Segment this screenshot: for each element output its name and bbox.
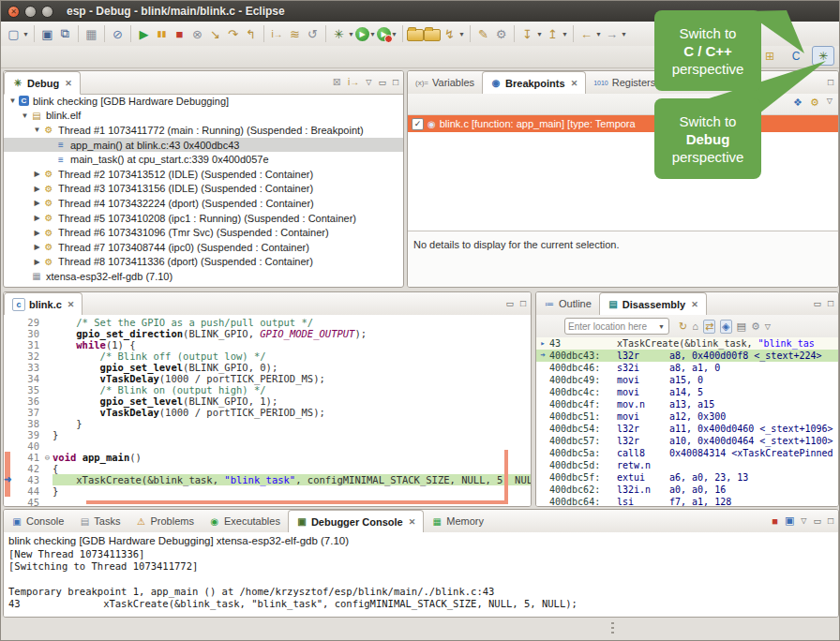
disassembly-tab-outline[interactable]: ≔Outline (536, 292, 599, 315)
disassembly-row[interactable]: 400dbc54:l32ra11, 0x400d0460 <_stext+109… (536, 423, 838, 435)
disassembly-tab-disassembly[interactable]: ▤Disassembly✕ (599, 292, 707, 316)
show-source-icon[interactable]: ◈ (720, 320, 731, 334)
debug-tree-row[interactable]: ▼Cblink checking [GDB Hardware Debugging… (4, 94, 403, 109)
open-project-button[interactable] (424, 29, 441, 41)
code-line[interactable]: 44} (4, 485, 531, 497)
close-tab-icon[interactable]: ✕ (65, 79, 72, 88)
view-menu-icon[interactable]: ▽ (366, 78, 371, 86)
tree-expander-icon[interactable]: ▶ (32, 243, 42, 251)
debug-perspective-button[interactable]: ✳ (812, 46, 834, 66)
code-line[interactable]: 34 vTaskDelay(1000 / portTICK_PERIOD_MS)… (4, 373, 531, 384)
right-tab-breakpoints[interactable]: ◉Breakpoints✕ (482, 71, 586, 95)
new-project-button[interactable] (407, 29, 424, 41)
fold-marker-icon[interactable]: ⊖ (42, 452, 52, 463)
debug-tree-row[interactable]: ▶⚙Thread #3 1073413156 (IDLE) (Suspended… (4, 182, 403, 197)
previous-annotation-button[interactable]: ↥ (544, 25, 562, 43)
debug-tree-row[interactable]: ▶⚙Thread #7 1073408744 (ipc0) (Suspended… (4, 240, 403, 255)
save-all-button[interactable]: ⧉ (56, 25, 74, 43)
maximize-icon[interactable]: □ (828, 77, 833, 87)
code-line[interactable]: 37 vTaskDelay(1000 / portTICK_PERIOD_MS)… (4, 407, 531, 418)
debug-tree-row[interactable]: ▶⚙Thread #6 1073431096 (Tmr Svc) (Suspen… (4, 225, 403, 240)
debug-tree-row[interactable]: ▼⚙Thread #1 1073411772 (main : Running) … (4, 123, 403, 138)
tree-expander-icon[interactable]: ▼ (20, 112, 30, 120)
code-line[interactable]: 33 gpio_set_level(BLINK_GPIO, 0); (4, 362, 531, 373)
right-tab-variables[interactable]: (x)=Variables (408, 71, 482, 94)
disassembly-row[interactable]: 400dbc4f:mov.na13, a15 (536, 398, 838, 410)
view-menu-icon[interactable]: ▽ (801, 516, 806, 525)
close-tab-icon[interactable]: ✕ (68, 300, 75, 309)
tree-expander-icon[interactable]: ▶ (32, 258, 42, 266)
step-into-button[interactable]: ↘ (206, 25, 224, 43)
editor-tab-blink-c[interactable]: cblink.c✕ (4, 292, 82, 316)
debug-tree-row[interactable]: ▼▤blink.elf (4, 109, 403, 124)
save-button[interactable]: ▣ (38, 25, 56, 43)
minimize-icon[interactable]: ▭ (813, 516, 821, 526)
code-editor[interactable]: 29 /* Set the GPIO as a push/pull output… (4, 315, 531, 506)
debug-tree-row[interactable]: ▶⚙Thread #5 1073410208 (ipc1 : Running) … (4, 211, 403, 226)
forward-button-dropdown[interactable]: ▼ (621, 31, 628, 37)
step-over-button[interactable]: ↷ (224, 25, 242, 43)
debug-tree-row[interactable]: ▦xtensa-esp32-elf-gdb (7.10) (4, 269, 403, 284)
maximize-window-button[interactable] (41, 6, 53, 18)
console-tab-memory[interactable]: ▦Memory (424, 510, 491, 532)
instruction-stepping-button[interactable]: i→ (268, 25, 286, 43)
resume-button[interactable]: ▶ (135, 25, 153, 43)
console-tab-debugger-console[interactable]: ▣Debugger Console✕ (288, 510, 424, 533)
minimize-icon[interactable]: ▭ (378, 78, 386, 87)
code-line[interactable]: 38 } (4, 418, 531, 429)
drop-to-frame-button[interactable]: ↺ (304, 25, 322, 43)
disassembly-source-row[interactable]: ▸43xTaskCreate(&blink_task, "blink_tas (536, 337, 838, 350)
build-settings-button[interactable]: ⚙ (492, 25, 510, 43)
terminate-console-icon[interactable]: ■ (772, 515, 778, 527)
forward-button[interactable]: → (603, 25, 621, 43)
disassembly-row[interactable]: 400dbc5a:call80x40084314 <xTaskCreatePin… (536, 447, 838, 459)
next-annotation-button-dropdown[interactable]: ▼ (536, 31, 544, 37)
minimize-window-button[interactable] (24, 6, 37, 18)
maximize-icon[interactable]: □ (520, 298, 526, 308)
maximize-icon[interactable]: □ (828, 298, 833, 308)
new-view-icon[interactable]: ▤ (737, 320, 746, 333)
console-tab-problems[interactable]: ⚠Problems (128, 510, 201, 532)
tree-expander-icon[interactable]: ▶ (32, 170, 42, 178)
minimize-icon[interactable]: ▭ (505, 299, 514, 308)
tree-expander-icon[interactable]: ▶ (32, 185, 42, 193)
build-button[interactable]: ▦ (82, 25, 100, 43)
console-tab-executables[interactable]: ◉Executables (202, 510, 288, 532)
debug-button-dropdown[interactable]: ▼ (348, 31, 355, 37)
debug-tree-row[interactable]: ≡main_task() at cpu_start.c:339 0x400d05… (4, 152, 403, 167)
code-line[interactable]: 35 /* Blink on (output high) */ (4, 384, 531, 395)
disassembly-row[interactable]: ➜400dbc43:l32ra8, 0x400d00f8 <_stext+224… (536, 350, 838, 362)
disassembly-row[interactable]: 400dbc5d:retw.n (536, 459, 838, 471)
tree-expander-icon[interactable]: ▶ (32, 229, 42, 237)
back-button-dropdown[interactable]: ▼ (595, 31, 603, 37)
clean-button[interactable]: ✎ (474, 25, 492, 43)
console-tab-tasks[interactable]: ▤Tasks (71, 510, 128, 532)
home-icon[interactable]: ⌂ (692, 320, 698, 332)
debug-tree-row[interactable]: ▶⚙Thread #8 1073411336 (dport) (Suspende… (4, 255, 403, 270)
cpp-perspective-button[interactable]: C (786, 47, 806, 65)
code-line[interactable]: 43 xTaskCreate(&blink_task, "blink_task"… (4, 474, 531, 485)
external-tools-button[interactable]: ▶ (377, 27, 391, 41)
tree-expander-icon[interactable]: ▶ (32, 214, 42, 222)
close-tab-icon[interactable]: ✕ (409, 517, 416, 527)
close-tab-icon[interactable]: ✕ (571, 79, 578, 88)
disassembly-listing[interactable]: ▸43xTaskCreate(&blink_task, "blink_tas➜4… (536, 337, 838, 506)
disassembly-row[interactable]: 400dbc4c:movia14, 5 (536, 386, 838, 398)
suspend-button[interactable]: ▮▮ (153, 25, 171, 43)
tree-expander-icon[interactable]: ▼ (8, 97, 18, 105)
debug-tree-row[interactable]: ▶⚙Thread #4 1073432224 (dport) (Suspende… (4, 196, 403, 211)
code-line[interactable]: 41⊖void app_main() (4, 452, 531, 463)
combo-dropdown-icon[interactable]: ▼ (658, 323, 666, 330)
code-line[interactable]: 42{ (4, 463, 531, 474)
code-line[interactable]: 32 /* Blink off (output low) */ (4, 350, 531, 362)
code-line[interactable]: 39} (4, 429, 531, 440)
instr-step-icon[interactable]: i→ (348, 77, 359, 87)
open-perspective-button[interactable]: ⊞ (759, 47, 780, 65)
code-line[interactable]: 40 (4, 440, 531, 452)
disassembly-row[interactable]: 400dbc64:lsif7, a1, 128 (536, 496, 838, 506)
refresh-icon[interactable]: ↻ (679, 320, 687, 333)
link-frame-icon[interactable]: ❖ (793, 97, 802, 109)
view-menu-icon[interactable]: ▽ (827, 97, 832, 109)
next-annotation-button[interactable]: ↧ (518, 25, 536, 43)
code-line[interactable]: 30 gpio_set_direction(BLINK_GPIO, GPIO_M… (4, 328, 531, 339)
